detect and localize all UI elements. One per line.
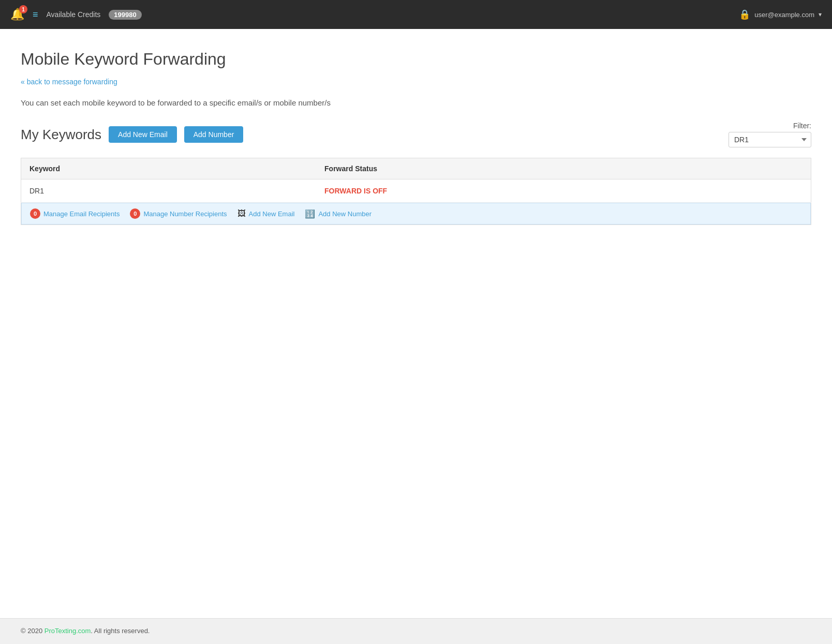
number-badge: 0 (130, 208, 140, 219)
footer-rights: . All rights reserved. (91, 627, 150, 635)
manage-number-item[interactable]: 0 Manage Number Recipients (130, 208, 227, 219)
footer: © 2020 ProTexting.com. All rights reserv… (0, 618, 832, 643)
forward-status-cell: FORWARD IS OFF (316, 179, 811, 203)
nav-right: 🔒 user@example.com ▾ (739, 9, 822, 20)
top-navigation: 🔔 1 ≡ Available Credits 199980 🔒 user@ex… (0, 0, 832, 29)
keywords-table: Keyword Forward Status DR1 FORWARD IS OF… (21, 158, 811, 225)
keywords-header: My Keywords Add New Email Add Number Fil… (21, 122, 811, 147)
keyword-cell: DR1 (21, 179, 317, 203)
back-link[interactable]: « back to message forwarding (21, 78, 117, 86)
footer-copyright: © 2020 (21, 627, 44, 635)
add-number-button[interactable]: Add Number (184, 126, 244, 143)
col-forward: Forward Status (316, 158, 811, 179)
table-header-row: Keyword Forward Status (21, 158, 811, 179)
add-new-email-link[interactable]: Add New Email (249, 210, 295, 218)
username-label: user@example.com (754, 11, 814, 19)
footer-brand-link[interactable]: ProTexting.com (44, 627, 91, 635)
manage-number-link[interactable]: Manage Number Recipients (143, 210, 227, 218)
action-inner: 0 Manage Email Recipients 0 Manage Numbe… (21, 203, 811, 224)
filter-section: Filter: DR1 (729, 122, 811, 147)
col-keyword: Keyword (21, 158, 317, 179)
manage-email-link[interactable]: Manage Email Recipients (43, 210, 120, 218)
manage-email-item[interactable]: 0 Manage Email Recipients (30, 208, 120, 219)
add-email-icon: 🖼 (237, 209, 246, 218)
page-description: You can set each mobile keyword to be fo… (21, 98, 811, 107)
table-row: DR1 FORWARD IS OFF (21, 179, 811, 203)
credits-icon: ≡ (33, 9, 38, 20)
notification-bell[interactable]: 🔔 1 (10, 8, 24, 21)
lock-icon: 🔒 (739, 9, 750, 20)
keywords-header-left: My Keywords Add New Email Add Number (21, 126, 243, 143)
add-new-number-item[interactable]: 🔢 Add New Number (305, 209, 372, 219)
credits-label: Available Credits (47, 10, 101, 19)
nav-left: 🔔 1 ≡ Available Credits 199980 (10, 8, 142, 21)
action-cell: 0 Manage Email Recipients 0 Manage Numbe… (21, 203, 811, 225)
user-dropdown-arrow[interactable]: ▾ (819, 11, 822, 18)
add-new-email-button[interactable]: Add New Email (109, 126, 177, 143)
main-content: Mobile Keyword Forwarding « back to mess… (0, 29, 832, 618)
add-new-number-link[interactable]: Add New Number (318, 210, 372, 218)
credits-value: 199980 (109, 10, 141, 20)
forward-off-label: FORWARD IS OFF (324, 187, 387, 195)
add-number-icon: 🔢 (305, 209, 315, 219)
page-title: Mobile Keyword Forwarding (21, 50, 811, 69)
filter-dropdown[interactable]: DR1 (729, 132, 811, 147)
action-row: 0 Manage Email Recipients 0 Manage Numbe… (21, 203, 811, 225)
filter-label: Filter: (793, 122, 811, 130)
add-new-email-item[interactable]: 🖼 Add New Email (237, 209, 295, 218)
email-badge: 0 (30, 208, 40, 219)
keywords-title: My Keywords (21, 127, 101, 143)
notification-count: 1 (19, 5, 27, 13)
